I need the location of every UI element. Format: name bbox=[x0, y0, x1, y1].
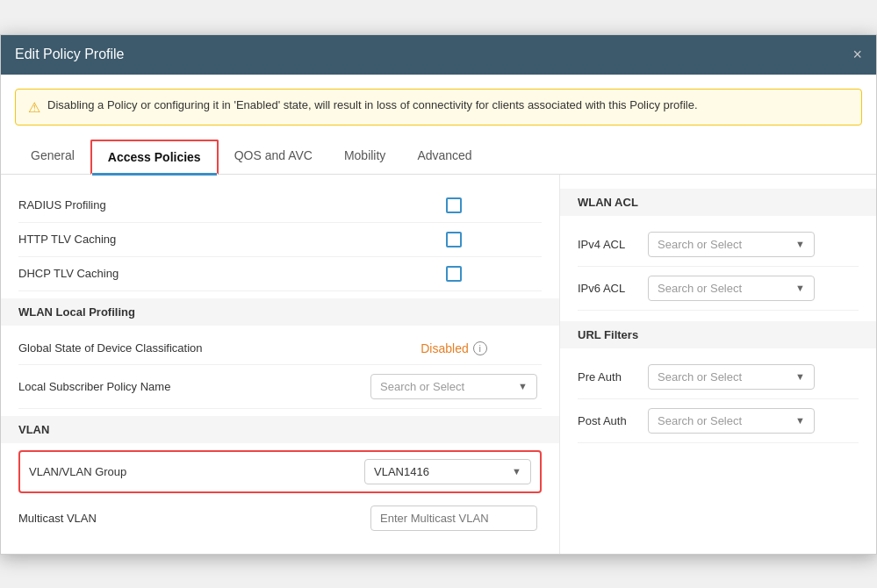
vlan-group-chevron: ▼ bbox=[512, 466, 521, 477]
post-auth-select[interactable]: Search or Select ▼ bbox=[648, 408, 815, 434]
tab-access-policies[interactable]: Access Policies bbox=[90, 140, 219, 175]
vlan-group-label: VLAN/VLAN Group bbox=[29, 465, 364, 478]
subscriber-policy-select[interactable]: Search or Select ▼ bbox=[370, 374, 537, 399]
warning-text: Disabling a Policy or configuring it in … bbox=[47, 98, 698, 111]
tab-advanced[interactable]: Advanced bbox=[401, 140, 487, 175]
right-panel: WLAN ACL IPv4 ACL Search or Select ▼ IPv… bbox=[560, 175, 876, 554]
pre-auth-label: Pre Auth bbox=[578, 370, 648, 384]
global-state-label: Global State of Device Classification bbox=[18, 341, 366, 355]
ipv6-acl-label: IPv6 ACL bbox=[578, 282, 648, 295]
warning-banner: ⚠ Disabling a Policy or configuring it i… bbox=[15, 89, 862, 125]
dhcp-tlv-label: DHCP TLV Caching bbox=[18, 267, 366, 280]
modal-header: Edit Policy Profile × bbox=[1, 35, 876, 75]
radius-profiling-checkbox[interactable] bbox=[446, 197, 462, 213]
url-filters-header: URL Filters bbox=[560, 321, 876, 348]
global-state-row: Global State of Device Classification Di… bbox=[18, 333, 542, 365]
vlan-group-row: VLAN/VLAN Group VLAN1416 ▼ bbox=[18, 450, 542, 493]
wlan-acl-header: WLAN ACL bbox=[560, 189, 876, 216]
dhcp-tlv-control bbox=[366, 266, 542, 282]
http-tlv-checkbox[interactable] bbox=[446, 232, 462, 247]
dhcp-tlv-row: DHCP TLV Caching bbox=[18, 257, 542, 291]
http-tlv-control bbox=[366, 232, 542, 247]
modal-title: Edit Policy Profile bbox=[15, 47, 125, 62]
http-tlv-row: HTTP TLV Caching bbox=[18, 223, 542, 257]
http-tlv-label: HTTP TLV Caching bbox=[18, 233, 366, 246]
close-button[interactable]: × bbox=[852, 46, 862, 64]
content-area: RADIUS Profiling HTTP TLV Caching DHCP T… bbox=[1, 175, 876, 554]
pre-auth-row: Pre Auth Search or Select ▼ bbox=[578, 355, 859, 399]
vlan-group-value: VLAN1416 bbox=[374, 465, 429, 478]
ipv6-acl-chevron: ▼ bbox=[795, 283, 805, 293]
ipv4-acl-control: Search or Select ▼ bbox=[648, 232, 859, 257]
ipv6-acl-select[interactable]: Search or Select ▼ bbox=[648, 276, 815, 301]
tab-general[interactable]: General bbox=[15, 140, 90, 175]
tab-qos-avc[interactable]: QOS and AVC bbox=[219, 140, 328, 175]
dhcp-tlv-checkbox[interactable] bbox=[446, 266, 462, 282]
ipv4-acl-select[interactable]: Search or Select ▼ bbox=[648, 232, 815, 257]
global-state-info-icon[interactable]: i bbox=[473, 341, 487, 355]
radius-profiling-row: RADIUS Profiling bbox=[18, 189, 542, 223]
edit-policy-modal: Edit Policy Profile × ⚠ Disabling a Poli… bbox=[0, 34, 877, 555]
ipv6-acl-row: IPv6 ACL Search or Select ▼ bbox=[578, 267, 859, 311]
vlan-header: VLAN bbox=[1, 416, 559, 443]
multicast-vlan-label: Multicast VLAN bbox=[18, 512, 366, 525]
pre-auth-chevron: ▼ bbox=[795, 371, 805, 382]
post-auth-chevron: ▼ bbox=[795, 415, 805, 426]
global-state-control: Disabled i bbox=[366, 341, 542, 355]
ipv4-acl-label: IPv4 ACL bbox=[578, 238, 648, 251]
subscriber-policy-chevron: ▼ bbox=[518, 381, 528, 391]
pre-auth-placeholder: Search or Select bbox=[658, 370, 742, 384]
ipv6-acl-control: Search or Select ▼ bbox=[648, 276, 859, 301]
subscriber-policy-control: Search or Select ▼ bbox=[366, 374, 542, 399]
multicast-vlan-control bbox=[366, 506, 542, 531]
global-state-status: Disabled i bbox=[421, 341, 486, 355]
tab-mobility[interactable]: Mobility bbox=[328, 140, 401, 175]
global-state-value: Disabled bbox=[421, 341, 468, 355]
radius-profiling-label: RADIUS Profiling bbox=[18, 198, 366, 212]
vlan-group-select[interactable]: VLAN1416 ▼ bbox=[364, 459, 531, 484]
ipv6-acl-placeholder: Search or Select bbox=[658, 282, 742, 295]
subscriber-policy-row: Local Subscriber Policy Name Search or S… bbox=[18, 365, 542, 409]
pre-auth-control: Search or Select ▼ bbox=[648, 364, 859, 390]
multicast-vlan-input[interactable] bbox=[370, 506, 537, 531]
wlan-local-profiling-header: WLAN Local Profiling bbox=[1, 298, 559, 326]
left-panel: RADIUS Profiling HTTP TLV Caching DHCP T… bbox=[1, 175, 560, 554]
subscriber-policy-label: Local Subscriber Policy Name bbox=[18, 380, 366, 393]
radius-profiling-control bbox=[366, 197, 542, 213]
ipv4-acl-row: IPv4 ACL Search or Select ▼ bbox=[578, 223, 859, 267]
post-auth-control: Search or Select ▼ bbox=[648, 408, 859, 434]
post-auth-label: Post Auth bbox=[578, 414, 648, 427]
ipv4-acl-chevron: ▼ bbox=[795, 239, 805, 249]
pre-auth-select[interactable]: Search or Select ▼ bbox=[648, 364, 815, 390]
tab-bar: General Access Policies QOS and AVC Mobi… bbox=[1, 140, 876, 175]
subscriber-policy-placeholder: Search or Select bbox=[380, 380, 464, 393]
post-auth-placeholder: Search or Select bbox=[658, 414, 742, 427]
multicast-vlan-row: Multicast VLAN bbox=[18, 497, 542, 540]
post-auth-row: Post Auth Search or Select ▼ bbox=[578, 399, 859, 443]
warning-icon: ⚠ bbox=[28, 99, 40, 116]
ipv4-acl-placeholder: Search or Select bbox=[658, 238, 742, 251]
